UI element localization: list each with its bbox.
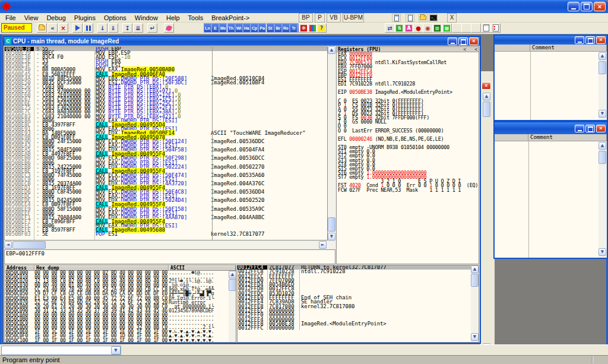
memory-map-icon[interactable]: ▩: [432, 23, 442, 33]
scrollbar-thumb[interactable]: [229, 279, 236, 291]
minimize-icon[interactable]: [568, 2, 580, 11]
scroll-up-icon[interactable]: ▲: [328, 46, 335, 54]
record-dot-icon[interactable]: ●: [413, 23, 423, 33]
spiral-icon[interactable]: ◉: [423, 23, 433, 33]
plugin-close-button[interactable]: X: [447, 13, 457, 23]
assemble-icon[interactable]: A: [404, 23, 414, 33]
step-into-icon[interactable]: ↓: [97, 23, 107, 33]
collapse-chevron-icon[interactable]: <: [463, 47, 466, 52]
scroll-up-icon[interactable]: ▲: [598, 142, 606, 150]
scrollbar-thumb[interactable]: [328, 217, 335, 232]
document-icon[interactable]: [392, 14, 401, 22]
main-titlebar[interactable]: ×: [0, 0, 608, 13]
scrollbar-thumb[interactable]: [598, 61, 606, 74]
minimize-icon[interactable]: [575, 125, 584, 132]
cpu-close-icon[interactable]: ×: [469, 37, 479, 45]
disasm-row[interactable]: 0050BF03.5EPOP ESIkernel32.7C817077: [5, 232, 327, 236]
register-line[interactable]: EIP 0050BE38 ImageRed.<ModuleEntryPoint>: [337, 90, 479, 94]
patches-icon[interactable]: ▦: [442, 23, 452, 33]
scrollbar-thumb[interactable]: [598, 151, 606, 164]
scroll-right-icon[interactable]: ►: [319, 241, 327, 249]
run-icon[interactable]: [72, 23, 83, 33]
disassembly-vscrollbar[interactable]: ▲ ▼: [328, 46, 335, 240]
scroll-down-icon[interactable]: ▼: [471, 333, 479, 341]
compare-windows-icon[interactable]: ⇅: [394, 23, 404, 33]
vscrollbar[interactable]: ▲ ▼: [598, 52, 607, 120]
column-header-comment[interactable]: Comment: [530, 45, 607, 51]
empty-slot-icon[interactable]: [452, 23, 462, 33]
scroll-up-icon[interactable]: ▲: [229, 271, 236, 278]
disassembly-pane[interactable]: 0050BE38$55PUSH EBP0050BE39.8BECMOV EBP,…: [4, 46, 328, 240]
console-icon[interactable]: >_: [429, 14, 438, 22]
info-pane[interactable]: EBP=0012FFF0: [4, 249, 335, 264]
window-button-re[interactable]: Re: [282, 23, 290, 33]
scrollbar-thumb[interactable]: [12, 241, 46, 249]
scroll-down-icon[interactable]: ▼: [328, 233, 335, 240]
folder-icon[interactable]: [419, 14, 428, 22]
window-button-me[interactable]: Me: [219, 23, 227, 33]
disasm-row[interactable]: 0050BE3E.53PUSH EBX: [5, 59, 327, 64]
pause-icon[interactable]: [83, 23, 93, 33]
stack-vscrollbar[interactable]: ▲ ▼: [471, 265, 479, 342]
collapse-chevron-icon[interactable]: <: [474, 47, 477, 52]
restart-icon[interactable]: «: [48, 23, 58, 33]
window-button-th[interactable]: Th: [227, 23, 235, 33]
disassembly-hscrollbar[interactable]: ◄ ►: [4, 241, 335, 249]
marked-list-icon[interactable]: [490, 23, 501, 33]
register-line[interactable]: T 0 GS 0000 NULL: [337, 120, 479, 124]
cpu-titlebar[interactable]: C CPU - main thread, module ImageRed ×: [4, 37, 480, 46]
register-line[interactable]: EDI 7C910228 ntdll.7C910228: [337, 82, 479, 86]
stack-pane[interactable]: 0012FFC47C817077RETURN to kernel32.7C817…: [237, 265, 479, 343]
close-program-icon[interactable]: ×: [58, 23, 68, 33]
scroll-up-icon[interactable]: ▲: [471, 265, 479, 273]
window-button-st[interactable]: St: [267, 23, 274, 33]
execute-till-return-icon[interactable]: ↵: [147, 23, 157, 33]
restore-icon[interactable]: [581, 2, 593, 11]
scroll-up-icon[interactable]: ▲: [483, 93, 490, 100]
registers-pane[interactable]: Registers (FPU) < < EAX 00000000ECX 0012…: [336, 46, 479, 264]
cpu-minimize-icon[interactable]: [448, 37, 457, 45]
disasm-row[interactable]: 0050BE3B.83C4 F0ADD ESP,-10: [5, 55, 327, 59]
register-line[interactable]: FCW 027F Prec NEAR,53 Mask 1 1 1 1 1 1: [337, 188, 479, 192]
empty-slot-icon[interactable]: [471, 23, 481, 33]
dump-row[interactable]: 0050C1001F 00 1F 00 1F 00 1F 00 1F 00 1F…: [5, 338, 236, 343]
go-to-user-code-icon[interactable]: [164, 23, 174, 33]
trace-over-icon[interactable]: ⇊: [133, 23, 143, 33]
cpu-restore-icon[interactable]: [458, 37, 468, 45]
register-line[interactable]: O 0 LastErr ERROR_SUCCESS (00000000): [337, 129, 479, 133]
scrollbar-thumb[interactable]: [483, 102, 490, 117]
command-combobox[interactable]: ▼: [1, 346, 121, 355]
dump-vscrollbar[interactable]: ▲: [229, 271, 236, 342]
plugin-button-vb[interactable]: VB: [327, 13, 341, 23]
vscrollbar[interactable]: ▲ ▼: [598, 141, 607, 258]
plugin-button-u-bpm[interactable]: U-BPM: [343, 13, 364, 23]
window-button-wi[interactable]: Wi: [235, 23, 243, 33]
plugin-button-bp[interactable]: BP: [299, 13, 313, 23]
background-window-close-icon[interactable]: ×: [482, 82, 491, 90]
minimize-icon[interactable]: [575, 36, 584, 44]
scroll-left-icon[interactable]: ◄: [4, 241, 12, 249]
open-file-icon[interactable]: [37, 23, 47, 33]
scroll-up-icon[interactable]: ▲: [598, 52, 606, 60]
scroll-down-icon[interactable]: ▼: [598, 248, 606, 256]
window-button-tr[interactable]: Tr: [290, 23, 297, 33]
comment-window-1-titlebar[interactable]: ×: [495, 36, 607, 45]
window-button-ln[interactable]: Ln: [204, 23, 211, 33]
dropdown-arrow-icon[interactable]: ▼: [111, 346, 121, 354]
restore-icon[interactable]: [585, 125, 595, 132]
close-icon[interactable]: ×: [596, 36, 606, 44]
plugin-button-p[interactable]: P: [315, 13, 325, 23]
log-list-icon[interactable]: [481, 23, 491, 33]
column-header-comment[interactable]: Comment: [528, 134, 607, 141]
comment-list[interactable]: ▲ ▼: [495, 141, 607, 258]
column-header-blank[interactable]: [495, 45, 530, 51]
column-header-blank[interactable]: [495, 134, 528, 141]
notes-icon[interactable]: [406, 14, 414, 22]
swap-panes-icon[interactable]: ⇄: [385, 23, 395, 33]
window-button-ha[interactable]: Ha: [243, 23, 251, 33]
comment-window-2-titlebar[interactable]: ×: [495, 122, 607, 134]
window-button-cp[interactable]: Cp: [251, 23, 258, 33]
close-icon[interactable]: ×: [594, 2, 606, 11]
trace-into-icon[interactable]: ↧: [122, 23, 132, 33]
stack-row[interactable]: 0012FFFC00000000: [238, 326, 479, 330]
